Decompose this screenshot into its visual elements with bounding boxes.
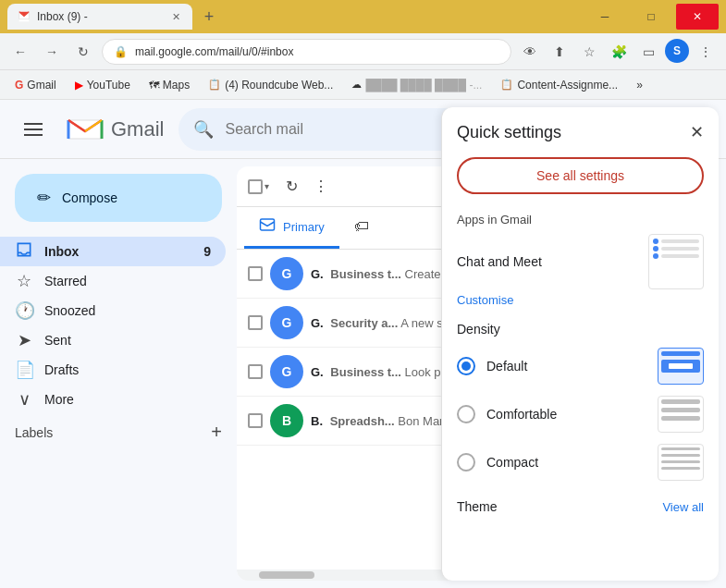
tab-close-icon[interactable]: ✕ <box>168 9 183 24</box>
bookmark-star-icon[interactable]: ☆ <box>576 39 602 65</box>
density-default-preview <box>658 348 704 385</box>
svg-rect-1 <box>24 129 43 130</box>
qs-density-compact[interactable]: Compact <box>457 444 704 481</box>
quick-settings-panel: Quick settings ✕ See all settings Apps i… <box>441 159 719 581</box>
back-button[interactable]: ← <box>7 39 33 65</box>
dp-line-1 <box>661 399 700 404</box>
email-checkbox-2[interactable] <box>248 364 263 379</box>
bookmark-youtube[interactable]: ▶ YouTube <box>68 76 138 94</box>
search-icon: 🔍 <box>193 119 214 140</box>
content-bookmark-icon: 📋 <box>500 79 513 91</box>
dp-compact-line-2 <box>661 454 700 457</box>
active-tab[interactable]: Inbox (9) - ✕ <box>7 4 192 30</box>
email-toolbar-more-button[interactable]: ⋮ <box>314 178 328 195</box>
tab-primary[interactable]: Primary <box>244 207 339 249</box>
email-avatar-0: G <box>270 257 303 290</box>
bookmarks-bar: G Gmail ▶ YouTube 🗺 Maps 📋 (4) Roundcube… <box>0 70 726 100</box>
gmail-logo-text: Gmail <box>111 117 164 141</box>
select-all-checkbox[interactable] <box>248 179 263 194</box>
qs-density-default[interactable]: Default <box>457 348 704 385</box>
sidebar-item-snoozed[interactable]: 🕐 Snoozed <box>0 296 226 325</box>
social-tab-icon: 🏷 <box>354 218 369 235</box>
bookmarks-more[interactable]: » <box>629 76 650 94</box>
bookmark-cloud[interactable]: ☁ ████ ████ ████ -... <box>344 76 489 94</box>
gmail-bookmark-label: Gmail <box>27 79 55 92</box>
qs-density-comfortable[interactable]: Comfortable <box>457 396 704 433</box>
close-window-button[interactable]: ✕ <box>676 4 719 30</box>
youtube-bookmark-icon: ▶ <box>75 79 83 92</box>
minimize-button[interactable]: ─ <box>584 4 626 30</box>
extensions-icon[interactable]: 🧩 <box>606 39 632 65</box>
qs-view-all-button[interactable]: View all <box>662 500 704 514</box>
tab-social[interactable]: 🏷 <box>339 207 384 249</box>
content-bookmark-label: Content-Assignme... <box>517 79 618 92</box>
lock-icon: 🔒 <box>114 45 128 58</box>
address-text: mail.google.com/mail/u/0/#inbox <box>135 45 293 58</box>
bookmark-content[interactable]: 📋 Content-Assignme... <box>493 76 625 94</box>
window-controls: ─ □ ✕ <box>584 4 719 30</box>
radio-comfortable[interactable] <box>457 405 475 423</box>
select-chevron-icon[interactable]: ▾ <box>265 181 269 191</box>
email-avatar-3: B <box>270 404 303 437</box>
email-checkbox-3[interactable] <box>248 413 263 428</box>
dp-line-2 <box>661 408 700 412</box>
qs-preview-row-1 <box>653 239 699 244</box>
qs-customise-button[interactable]: Customise <box>457 293 704 307</box>
email-avatar-2: G <box>270 355 303 388</box>
qs-chat-meet: Chat and Meet <box>457 234 704 289</box>
browser-user-avatar[interactable]: S <box>665 39 689 63</box>
email-checkbox-0[interactable] <box>248 266 263 281</box>
sidebar-item-more[interactable]: ∨ More <box>0 385 226 414</box>
inbox-count: 9 <box>203 244 211 259</box>
email-sender-3: B. <box>311 414 323 428</box>
compose-button[interactable]: ✏ Compose <box>15 174 222 222</box>
forward-button[interactable]: → <box>39 39 65 65</box>
inbox-icon <box>15 240 33 263</box>
new-tab-button[interactable]: + <box>196 4 222 30</box>
maximize-button[interactable]: □ <box>630 4 672 30</box>
toolbar-bar: ← → ↻ 🔒 mail.google.com/mail/u/0/#inbox … <box>0 33 726 70</box>
email-checkbox-1[interactable] <box>248 315 263 330</box>
more-icon: ∨ <box>15 389 33 410</box>
browser-menu-button[interactable]: ⋮ <box>693 39 719 65</box>
labels-title: Labels <box>15 425 53 440</box>
drafts-icon: 📄 <box>15 360 33 380</box>
gmail-sidebar: ✏ Compose Inbox 9 ☆ Starred 🕐 Snoozed <box>0 159 237 588</box>
sidebar-item-sent[interactable]: ➤ Sent <box>0 325 226 355</box>
split-screen-icon[interactable]: ▭ <box>635 39 661 65</box>
compose-icon: ✏ <box>37 188 51 208</box>
svg-rect-3 <box>261 219 275 230</box>
select-all-area: ▾ <box>248 179 269 194</box>
refresh-button[interactable]: ↻ <box>70 39 96 65</box>
cloud-bookmark-label: ████ ████ ████ -... <box>365 79 482 92</box>
refresh-emails-button[interactable]: ↻ <box>277 172 306 202</box>
dp-compact-line-4 <box>661 467 700 470</box>
hamburger-menu-button[interactable] <box>15 111 52 148</box>
bookmark-maps[interactable]: 🗺 Maps <box>142 76 197 94</box>
email-avatar-1: G <box>270 306 303 339</box>
dp-blue-box <box>661 360 700 373</box>
primary-tab-label: Primary <box>283 220 325 234</box>
snoozed-icon: 🕐 <box>15 300 33 321</box>
qs-see-all-button[interactable]: See all settings <box>457 159 704 194</box>
qs-density-title: Density <box>457 322 704 337</box>
radio-default[interactable] <box>457 357 475 375</box>
maps-bookmark-label: Maps <box>163 79 190 92</box>
title-bar: Inbox (9) - ✕ + ─ □ ✕ <box>0 0 726 33</box>
gmail-m-icon <box>67 116 104 142</box>
sidebar-item-starred[interactable]: ☆ Starred <box>0 266 226 296</box>
share-icon[interactable]: ⬆ <box>547 39 572 65</box>
sidebar-item-inbox[interactable]: Inbox 9 <box>0 237 226 266</box>
sidebar-item-drafts[interactable]: 📄 Drafts <box>0 355 226 385</box>
eye-icon[interactable]: 👁 <box>517 39 543 65</box>
bookmark-roundcube[interactable]: 📋 (4) Roundcube Web... <box>201 76 340 94</box>
address-bar[interactable]: 🔒 mail.google.com/mail/u/0/#inbox <box>102 39 511 65</box>
bookmark-gmail[interactable]: G Gmail <box>7 76 64 94</box>
labels-add-button[interactable]: + <box>211 422 222 443</box>
density-comfortable-label: Comfortable <box>486 407 646 422</box>
qs-preview-line-2 <box>661 247 699 251</box>
tab-favicon <box>17 9 31 24</box>
density-compact-label: Compact <box>486 455 646 470</box>
radio-compact[interactable] <box>457 453 475 472</box>
starred-icon: ☆ <box>15 271 33 291</box>
